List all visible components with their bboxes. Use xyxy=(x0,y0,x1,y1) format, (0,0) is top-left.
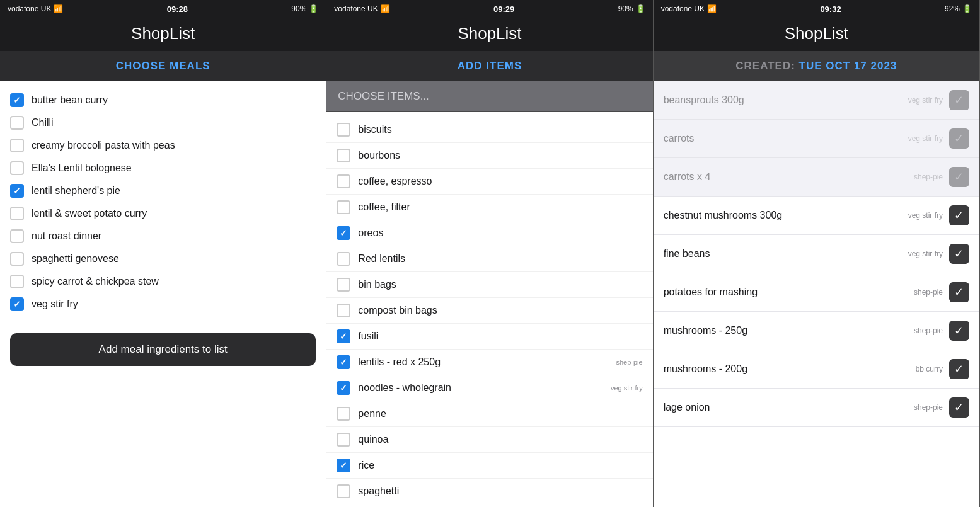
item-checkbox[interactable] xyxy=(337,174,350,188)
meal-checkbox[interactable] xyxy=(10,139,24,152)
status-right-3: 92% 🔋 xyxy=(945,4,972,13)
meal-item[interactable]: creamy broccoli pasta with peas xyxy=(10,134,316,157)
item-checkbox[interactable] xyxy=(337,304,350,317)
item-checkbox[interactable] xyxy=(337,355,350,369)
shop-check-button[interactable]: ✓ xyxy=(949,128,969,149)
meal-item[interactable]: spicy carrot & chickpea stew xyxy=(10,270,316,293)
meal-checkbox[interactable] xyxy=(10,275,24,288)
shop-row[interactable]: carrotsveg stir fry✓ xyxy=(654,120,979,158)
item-row[interactable]: coffee, filter xyxy=(326,195,652,220)
item-checkbox[interactable] xyxy=(337,381,350,395)
shop-check-button[interactable]: ✓ xyxy=(949,167,969,187)
time-1: 09:28 xyxy=(167,4,188,14)
item-row[interactable]: bourbons xyxy=(326,143,652,169)
item-checkbox[interactable] xyxy=(337,252,350,266)
item-row[interactable]: quinoa xyxy=(326,427,652,453)
shop-check-button[interactable]: ✓ xyxy=(949,282,969,302)
item-row[interactable]: noodles - wholegrainveg stir fry xyxy=(326,375,652,401)
shop-item-name: lage onion xyxy=(664,402,914,413)
item-row[interactable]: fusili xyxy=(326,324,652,350)
status-bar-1: vodafone UK 📶 09:28 90% 🔋 xyxy=(0,0,326,18)
search-bar[interactable]: CHOOSE ITEMS... xyxy=(326,81,652,112)
shop-row[interactable]: carrots x 4shep-pie✓ xyxy=(654,158,979,197)
item-checkbox[interactable] xyxy=(337,407,350,421)
meal-item[interactable]: Ella's Lentil bolognese xyxy=(10,157,316,179)
item-row[interactable]: coffee, espresso xyxy=(326,169,652,195)
panel-choose-meals: vodafone UK 📶 09:28 90% 🔋 ShopList CHOOS… xyxy=(0,0,326,507)
shop-row[interactable]: beansprouts 300gveg stir fry✓ xyxy=(654,81,979,120)
meal-checkbox[interactable] xyxy=(10,252,24,266)
shop-row[interactable]: chestnut mushrooms 300gveg stir fry✓ xyxy=(654,197,979,235)
meal-checkbox[interactable] xyxy=(10,161,24,175)
shop-row[interactable]: fine beansveg stir fry✓ xyxy=(654,235,979,273)
shop-row[interactable]: potatoes for mashingshep-pie✓ xyxy=(654,273,979,312)
meal-checkbox[interactable] xyxy=(10,229,24,243)
shop-check-button[interactable]: ✓ xyxy=(949,397,969,418)
item-row[interactable]: spaghetti xyxy=(326,479,652,504)
meal-checkbox[interactable] xyxy=(10,184,24,198)
item-row[interactable]: Red lentils xyxy=(326,246,652,272)
shop-list-content: beansprouts 300gveg stir fry✓carrotsveg … xyxy=(654,81,979,507)
item-row[interactable]: tea bags - fresh start xyxy=(326,504,652,507)
status-right-1: 90% 🔋 xyxy=(291,4,318,13)
item-checkbox[interactable] xyxy=(337,459,350,472)
shop-row[interactable]: mushrooms - 250gshep-pie✓ xyxy=(654,312,979,350)
shop-check-button[interactable]: ✓ xyxy=(949,321,969,341)
shop-row[interactable]: lage onionshep-pie✓ xyxy=(654,389,979,427)
shop-item-tag: shep-pie xyxy=(914,173,943,181)
add-meal-ingredients-button[interactable]: Add meal ingredients to list xyxy=(10,333,316,366)
meal-content: butter bean curryChillicreamy broccoli p… xyxy=(0,81,326,507)
battery-1: 90% xyxy=(291,4,306,13)
item-row[interactable]: rice xyxy=(326,453,652,479)
meal-item[interactable]: lentil shepherd's pie xyxy=(10,179,316,202)
meal-checkbox[interactable] xyxy=(10,116,24,130)
meal-checkbox[interactable] xyxy=(10,93,24,107)
item-checkbox[interactable] xyxy=(337,278,350,292)
meal-label: lentil shepherd's pie xyxy=(32,185,120,197)
item-checkbox[interactable] xyxy=(337,433,350,447)
meal-item[interactable]: butter bean curry xyxy=(10,89,316,111)
item-checkbox[interactable] xyxy=(337,200,350,214)
meal-label: butter bean curry xyxy=(32,94,108,106)
item-checkbox[interactable] xyxy=(337,329,350,343)
item-checkbox[interactable] xyxy=(337,149,350,162)
item-checkbox[interactable] xyxy=(337,484,350,498)
item-checkbox[interactable] xyxy=(337,123,350,137)
meal-label: veg stir fry xyxy=(32,299,78,310)
item-label: oreos xyxy=(358,227,642,239)
item-label: compost bin bags xyxy=(358,305,642,316)
meal-item[interactable]: spaghetti genovese xyxy=(10,248,316,270)
item-tag: veg stir fry xyxy=(611,384,643,392)
item-row[interactable]: penne xyxy=(326,401,652,427)
meal-item[interactable]: veg stir fry xyxy=(10,293,316,316)
status-bar-3: vodafone UK 📶 09:32 92% 🔋 xyxy=(654,0,979,18)
meal-label: Chilli xyxy=(32,117,54,128)
section-header-choose-meals: CHOOSE MEALS xyxy=(0,51,326,81)
item-row[interactable]: oreos xyxy=(326,220,652,246)
panel-shopping-list: vodafone UK 📶 09:32 92% 🔋 ShopList CREAT… xyxy=(654,0,980,507)
shop-check-button[interactable]: ✓ xyxy=(949,244,969,264)
app-title-3: ShopList xyxy=(654,18,979,51)
item-label: Red lentils xyxy=(358,253,642,265)
meal-checkbox[interactable] xyxy=(10,207,24,220)
item-label: quinoa xyxy=(358,434,642,445)
shop-check-button[interactable]: ✓ xyxy=(949,205,969,225)
wifi-icon-1: 📶 xyxy=(54,4,63,13)
meal-checkbox[interactable] xyxy=(10,297,24,311)
item-row[interactable]: bin bags xyxy=(326,272,652,298)
meal-item[interactable]: lentil & sweet potato curry xyxy=(10,202,316,225)
meal-item[interactable]: nut roast dinner xyxy=(10,225,316,248)
shop-list: beansprouts 300gveg stir fry✓carrotsveg … xyxy=(654,81,979,427)
item-checkbox[interactable] xyxy=(337,226,350,240)
meal-label: spaghetti genovese xyxy=(32,253,119,265)
status-left-1: vodafone UK 📶 xyxy=(8,4,63,13)
shop-check-button[interactable]: ✓ xyxy=(949,359,969,379)
item-label: lentils - red x 250g xyxy=(358,356,604,368)
item-row[interactable]: biscuits xyxy=(326,117,652,143)
meal-item[interactable]: Chilli xyxy=(10,111,316,134)
shop-check-button[interactable]: ✓ xyxy=(949,90,969,110)
item-row[interactable]: compost bin bags xyxy=(326,298,652,324)
shop-row[interactable]: mushrooms - 200gbb curry✓ xyxy=(654,350,979,389)
item-row[interactable]: lentils - red x 250gshep-pie xyxy=(326,350,652,375)
shop-item-tag: shep-pie xyxy=(914,403,943,412)
